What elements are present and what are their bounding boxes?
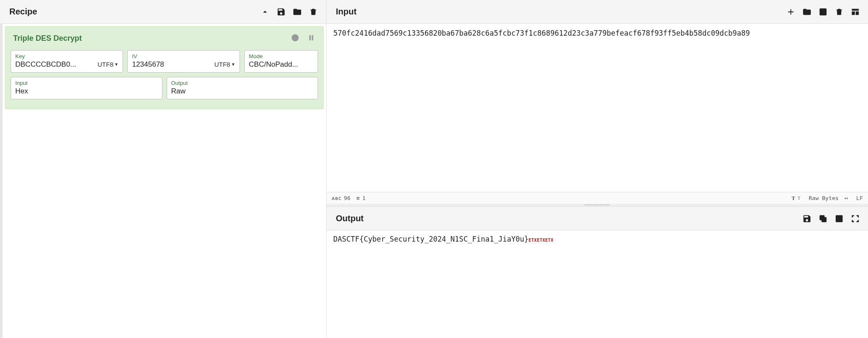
iv-value[interactable]: 12345678 xyxy=(132,60,211,69)
operation-title: Triple DES Decrypt xyxy=(13,34,82,43)
iv-encoding-dropdown[interactable]: UTF8▼ xyxy=(214,61,235,69)
input-statusbar: ᴀʙᴄ96 ≡1 TT Raw Bytes ↤ LF xyxy=(327,192,868,204)
recipe-title: Recipe xyxy=(9,7,37,17)
output-title: Output xyxy=(336,214,364,223)
input-type-label: Input xyxy=(15,80,158,86)
input-lines: 1 xyxy=(362,195,366,201)
encoding-selector[interactable]: TT Raw Bytes xyxy=(792,195,839,202)
copy-icon[interactable] xyxy=(818,214,828,224)
horizontal-splitter[interactable] xyxy=(327,204,868,206)
output-type-label: Output xyxy=(171,80,314,86)
pause-icon[interactable] xyxy=(307,34,315,43)
chevron-up-icon[interactable] xyxy=(260,7,270,17)
iv-field[interactable]: IV 12345678 UTF8▼ xyxy=(127,50,240,73)
input-text[interactable]: 570fc2416dad7569c13356820ba67ba628c6a5fc… xyxy=(327,24,868,192)
output-header: Output xyxy=(327,207,868,231)
trash-icon[interactable] xyxy=(308,7,318,17)
layout-icon[interactable] xyxy=(850,7,860,17)
key-encoding-dropdown[interactable]: UTF8▼ xyxy=(98,61,118,69)
input-type-value[interactable]: Hex xyxy=(15,87,158,96)
clear-input-icon[interactable] xyxy=(834,7,844,17)
recipe-header: Recipe xyxy=(0,0,326,24)
fullscreen-icon[interactable] xyxy=(850,214,860,224)
key-label: Key xyxy=(15,53,94,59)
open-folder-icon[interactable] xyxy=(802,7,812,17)
output-text[interactable]: DASCTF{Cyber_Security_2024_N1SC_Fina1_Ji… xyxy=(327,231,868,338)
mode-label: Mode xyxy=(249,53,313,59)
eol-selector[interactable]: ↤ LF xyxy=(845,195,863,201)
folder-icon[interactable] xyxy=(292,7,302,17)
control-chars: ETXETXETX xyxy=(529,238,554,242)
input-length: 96 xyxy=(344,195,351,201)
length-label-icon: ᴀʙᴄ xyxy=(332,195,341,201)
lines-icon: ≡ xyxy=(356,195,360,201)
svg-rect-4 xyxy=(820,215,824,220)
iv-label: IV xyxy=(132,53,211,59)
input-title: Input xyxy=(336,7,357,17)
output-type-value[interactable]: Raw xyxy=(171,87,314,96)
key-value[interactable]: DBCCCCBCDB0... xyxy=(15,60,94,69)
input-header: Input xyxy=(327,0,868,24)
mode-value[interactable]: CBC/NoPadd... xyxy=(249,60,313,69)
save-icon[interactable] xyxy=(276,7,286,17)
add-icon[interactable] xyxy=(786,7,796,17)
input-type-field[interactable]: Input Hex xyxy=(11,77,162,99)
operation-triple-des-decrypt: Triple DES Decrypt Key DBCCCCBCDB0... UT… xyxy=(5,26,324,109)
output-value: DASCTF{Cyber_Security_2024_N1SC_Fina1_Ji… xyxy=(333,235,529,243)
output-type-field[interactable]: Output Raw xyxy=(167,77,318,99)
disable-icon[interactable] xyxy=(291,34,299,43)
import-icon[interactable] xyxy=(818,7,828,17)
move-to-input-icon[interactable] xyxy=(834,214,844,224)
mode-field[interactable]: Mode CBC/NoPadd... xyxy=(244,50,318,73)
save-output-icon[interactable] xyxy=(802,214,812,224)
key-field[interactable]: Key DBCCCCBCDB0... UTF8▼ xyxy=(11,50,123,73)
